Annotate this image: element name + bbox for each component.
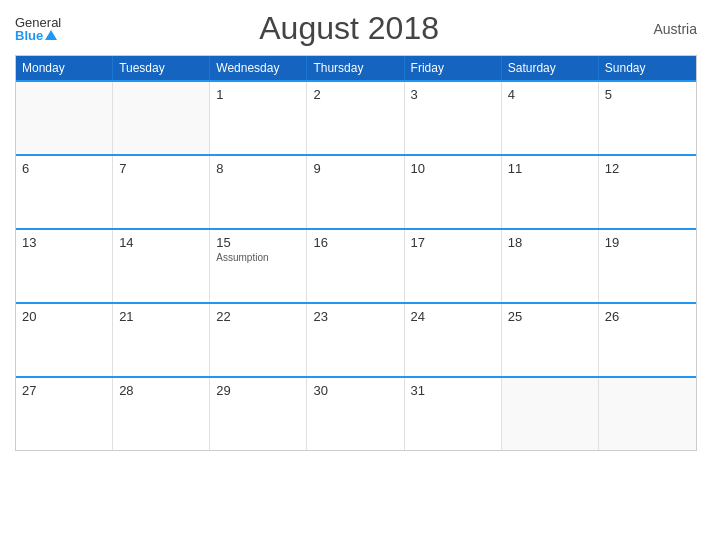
day-header-wednesday: Wednesday (210, 56, 307, 80)
day-number: 19 (605, 235, 690, 250)
day-header-saturday: Saturday (502, 56, 599, 80)
day-number: 29 (216, 383, 300, 398)
week-row-5: 2728293031 (16, 376, 696, 450)
week-row-3: 131415Assumption16171819 (16, 228, 696, 302)
day-number: 8 (216, 161, 300, 176)
day-cell (16, 82, 113, 154)
day-cell: 5 (599, 82, 696, 154)
day-cell: 11 (502, 156, 599, 228)
day-number: 11 (508, 161, 592, 176)
day-header-friday: Friday (405, 56, 502, 80)
day-number: 30 (313, 383, 397, 398)
day-header-sunday: Sunday (599, 56, 696, 80)
day-headers-row: MondayTuesdayWednesdayThursdayFridaySatu… (16, 56, 696, 80)
calendar-container: General Blue August 2018 Austria MondayT… (0, 0, 712, 550)
day-number: 10 (411, 161, 495, 176)
day-cell (599, 378, 696, 450)
day-number: 24 (411, 309, 495, 324)
day-cell: 26 (599, 304, 696, 376)
day-cell: 24 (405, 304, 502, 376)
day-cell: 6 (16, 156, 113, 228)
day-number: 7 (119, 161, 203, 176)
day-cell: 27 (16, 378, 113, 450)
day-number: 14 (119, 235, 203, 250)
day-number: 17 (411, 235, 495, 250)
day-cell: 18 (502, 230, 599, 302)
day-number: 2 (313, 87, 397, 102)
day-number: 31 (411, 383, 495, 398)
day-cell: 15Assumption (210, 230, 307, 302)
day-cell: 30 (307, 378, 404, 450)
logo-triangle-icon (45, 30, 57, 40)
week-row-2: 6789101112 (16, 154, 696, 228)
day-number: 21 (119, 309, 203, 324)
day-cell: 8 (210, 156, 307, 228)
day-number: 3 (411, 87, 495, 102)
logo: General Blue (15, 16, 61, 42)
day-cell: 10 (405, 156, 502, 228)
day-cell: 14 (113, 230, 210, 302)
country-label: Austria (637, 21, 697, 37)
holiday-name: Assumption (216, 252, 300, 263)
day-cell: 3 (405, 82, 502, 154)
day-number: 23 (313, 309, 397, 324)
day-cell: 12 (599, 156, 696, 228)
day-number: 16 (313, 235, 397, 250)
day-number: 4 (508, 87, 592, 102)
day-number: 5 (605, 87, 690, 102)
logo-blue-text: Blue (15, 29, 43, 42)
day-number: 12 (605, 161, 690, 176)
weeks-container: 123456789101112131415Assumption161718192… (16, 80, 696, 450)
day-header-thursday: Thursday (307, 56, 404, 80)
day-number: 13 (22, 235, 106, 250)
week-row-1: 12345 (16, 80, 696, 154)
day-number: 28 (119, 383, 203, 398)
day-number: 18 (508, 235, 592, 250)
day-cell: 22 (210, 304, 307, 376)
day-cell: 21 (113, 304, 210, 376)
day-number: 26 (605, 309, 690, 324)
day-cell: 20 (16, 304, 113, 376)
day-number: 27 (22, 383, 106, 398)
day-cell: 31 (405, 378, 502, 450)
calendar-grid: MondayTuesdayWednesdayThursdayFridaySatu… (15, 55, 697, 451)
day-cell: 29 (210, 378, 307, 450)
day-number: 20 (22, 309, 106, 324)
day-number: 1 (216, 87, 300, 102)
day-cell: 7 (113, 156, 210, 228)
day-cell: 9 (307, 156, 404, 228)
day-number: 9 (313, 161, 397, 176)
day-number: 6 (22, 161, 106, 176)
calendar-header: General Blue August 2018 Austria (15, 10, 697, 47)
day-number: 22 (216, 309, 300, 324)
day-cell: 1 (210, 82, 307, 154)
day-header-monday: Monday (16, 56, 113, 80)
day-number: 25 (508, 309, 592, 324)
month-title: August 2018 (61, 10, 637, 47)
day-number: 15 (216, 235, 300, 250)
day-header-tuesday: Tuesday (113, 56, 210, 80)
day-cell: 13 (16, 230, 113, 302)
day-cell: 17 (405, 230, 502, 302)
day-cell: 19 (599, 230, 696, 302)
day-cell (502, 378, 599, 450)
day-cell: 4 (502, 82, 599, 154)
day-cell (113, 82, 210, 154)
day-cell: 25 (502, 304, 599, 376)
day-cell: 16 (307, 230, 404, 302)
day-cell: 23 (307, 304, 404, 376)
day-cell: 2 (307, 82, 404, 154)
day-cell: 28 (113, 378, 210, 450)
logo-general-text: General (15, 16, 61, 29)
week-row-4: 20212223242526 (16, 302, 696, 376)
